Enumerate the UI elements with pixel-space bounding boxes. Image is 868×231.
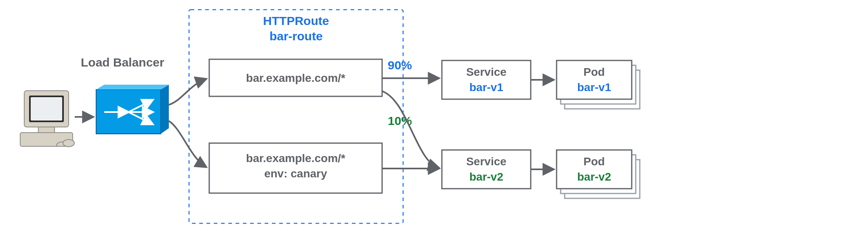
arrow-rule-a-svc-v2: [382, 91, 439, 168]
httproute-title-line1: HTTPRoute: [263, 14, 329, 27]
pod-v2-label: Pod: [584, 155, 605, 168]
client-computer-icon: [20, 91, 74, 147]
route-rule-b: bar.example.com/* env: canary: [209, 143, 382, 193]
weight-90: 90%: [388, 58, 412, 72]
pod-v1-label: Pod: [584, 66, 605, 78]
pod-v1-name: bar-v1: [577, 81, 611, 94]
service-v1-name: bar-v1: [469, 81, 503, 94]
route-rule-a-text: bar.example.com/*: [246, 72, 345, 84]
svg-rect-3: [38, 127, 55, 133]
pod-bar-v1-stack: Pod bar-v1: [557, 60, 640, 109]
service-v1-label: Service: [466, 66, 507, 78]
svg-marker-8: [96, 85, 169, 89]
diagram-canvas: Load Balancer HTTPRoute bar-route bar.ex…: [0, 0, 868, 231]
svg-rect-2: [31, 97, 62, 121]
httproute-title-line2: bar-route: [269, 29, 323, 43]
pod-v2-name: bar-v2: [577, 171, 611, 183]
route-rule-b-line2: env: canary: [264, 167, 327, 180]
arrow-lb-rule-a: [169, 79, 206, 105]
route-rule-a: bar.example.com/*: [209, 59, 382, 96]
route-rule-b-line1: bar.example.com/*: [246, 152, 345, 164]
service-bar-v2: Service bar-v2: [442, 150, 531, 189]
svg-marker-7: [161, 85, 169, 134]
svg-point-5: [63, 139, 74, 147]
load-balancer-icon: [96, 85, 169, 134]
pod-bar-v2-stack: Pod bar-v2: [557, 150, 640, 198]
arrow-lb-rule-b: [169, 121, 206, 167]
service-bar-v1: Service bar-v1: [442, 60, 531, 99]
service-v2-label: Service: [466, 155, 507, 168]
load-balancer-title: Load Balancer: [81, 56, 164, 69]
service-v2-name: bar-v2: [469, 171, 503, 183]
